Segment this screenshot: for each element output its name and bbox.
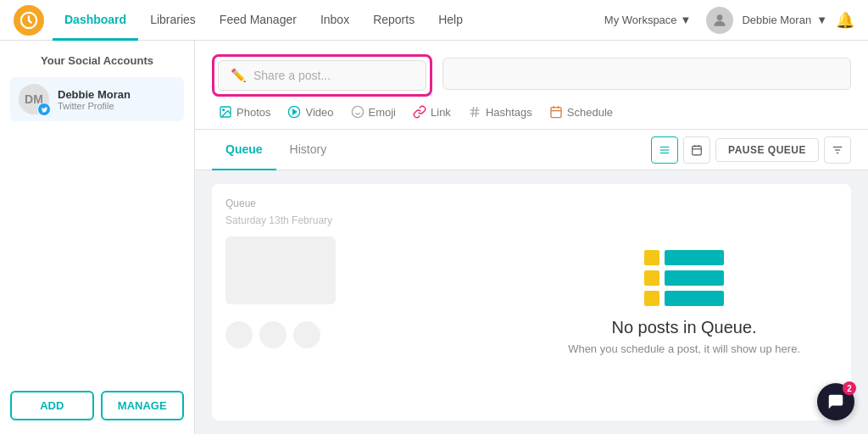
sidebar-title: Your Social Accounts <box>10 54 184 67</box>
share-post-input[interactable]: ✏️ Share a post... <box>218 60 426 91</box>
placeholder-circle-3 <box>293 321 320 348</box>
share-placeholder: Share a post... <box>253 69 331 82</box>
bar-teal-1 <box>665 250 724 265</box>
bar-row-1 <box>644 250 724 265</box>
placeholder-circle-1 <box>225 321 253 348</box>
account-item[interactable]: DM Debbie Moran Twitter Profile <box>10 77 184 121</box>
nav-links: Dashboard Libraries Feed Manager Inbox R… <box>53 0 598 40</box>
emoji-label: Emoji <box>369 106 397 119</box>
nav-right: My Workspace ▼ Debbie Moran ▼ 🔔 <box>598 7 854 34</box>
placeholder-circle-2 <box>259 321 287 348</box>
twitter-badge-icon <box>37 103 51 116</box>
account-type: Twitter Profile <box>58 101 175 111</box>
bar-yellow-2 <box>644 270 659 286</box>
app-logo[interactable] <box>14 5 44 36</box>
svg-line-12 <box>476 107 476 117</box>
hashtags-action[interactable]: Hashtags <box>468 105 532 119</box>
bar-yellow-3 <box>644 291 659 306</box>
workspace-selector[interactable]: My Workspace ▼ <box>598 10 698 30</box>
nav-inbox[interactable]: Inbox <box>309 0 361 41</box>
chat-badge-count: 2 <box>843 381 856 395</box>
compose-area: ✏️ Share a post... Photos Video <box>195 41 868 130</box>
filter-button[interactable] <box>824 136 851 164</box>
workspace-chevron-icon: ▼ <box>681 14 692 26</box>
notification-bell-icon[interactable]: 🔔 <box>836 11 854 30</box>
main-layout: Your Social Accounts DM Debbie Moran Twi… <box>0 41 868 434</box>
empty-state-bars <box>644 250 724 306</box>
nav-feed-manager[interactable]: Feed Manager <box>208 0 309 41</box>
top-nav: Dashboard Libraries Feed Manager Inbox R… <box>0 0 868 41</box>
svg-point-3 <box>223 109 225 111</box>
pause-queue-button[interactable]: PAUSE QUEUE <box>715 138 819 162</box>
user-avatar[interactable] <box>706 7 733 34</box>
bar-row-2 <box>644 270 724 286</box>
tabs-bar: Queue History PAUSE QUEUE <box>195 130 868 170</box>
content-area: ✏️ Share a post... Photos Video <box>195 41 868 434</box>
account-name: Debbie Moran <box>58 88 175 101</box>
svg-point-6 <box>352 106 363 117</box>
nav-reports[interactable]: Reports <box>361 0 426 41</box>
nav-help[interactable]: Help <box>426 0 475 41</box>
add-button[interactable]: ADD <box>10 391 94 420</box>
calendar-view-button[interactable] <box>683 136 710 164</box>
edit-icon: ✏️ <box>231 68 247 83</box>
chat-bubble[interactable]: 2 <box>817 383 854 420</box>
link-action[interactable]: Link <box>413 105 451 119</box>
queue-inner: Queue Saturday 13th February <box>212 184 851 420</box>
svg-marker-5 <box>293 109 297 114</box>
link-label: Link <box>431 106 451 119</box>
account-avatar: DM <box>19 84 49 114</box>
workspace-label: My Workspace <box>604 14 677 26</box>
svg-line-11 <box>472 107 473 117</box>
emoji-action[interactable]: Emoji <box>351 105 397 119</box>
nav-dashboard[interactable]: Dashboard <box>53 0 138 41</box>
bar-row-3 <box>644 291 724 306</box>
tab-history[interactable]: History <box>276 130 341 170</box>
svg-rect-13 <box>551 108 561 118</box>
queue-content: Queue Saturday 13th February <box>195 170 868 434</box>
bar-yellow-1 <box>644 250 659 265</box>
user-name: Debbie Moran <box>742 14 811 26</box>
queue-date-label: Saturday 13th February <box>225 214 837 226</box>
share-box-wrapper: ✏️ Share a post... <box>212 54 432 97</box>
sidebar: Your Social Accounts DM Debbie Moran Twi… <box>0 41 195 434</box>
list-view-button[interactable] <box>651 136 678 164</box>
bar-teal-2 <box>665 270 724 286</box>
empty-state: No posts in Queue. When you schedule a p… <box>568 250 800 355</box>
placeholder-image-block <box>225 236 336 304</box>
empty-title: No posts in Queue. <box>611 318 756 337</box>
schedule-label: Schedule <box>567 106 613 119</box>
user-menu[interactable]: Debbie Moran ▼ <box>742 14 827 26</box>
compose-actions: Photos Video Emoji Link Hashtags <box>212 105 851 119</box>
empty-subtitle: When you schedule a post, it will show u… <box>568 342 800 355</box>
queue-section-label: Queue <box>225 198 837 209</box>
video-label: Video <box>305 106 333 119</box>
nav-libraries[interactable]: Libraries <box>138 0 208 41</box>
account-info: Debbie Moran Twitter Profile <box>58 88 175 111</box>
video-action[interactable]: Video <box>287 105 333 119</box>
svg-point-1 <box>717 14 723 20</box>
photos-label: Photos <box>236 106 270 119</box>
manage-button[interactable]: MANAGE <box>101 391 185 420</box>
schedule-action[interactable]: Schedule <box>549 105 613 119</box>
tabs-actions: PAUSE QUEUE <box>651 136 851 164</box>
hashtags-label: Hashtags <box>486 106 532 119</box>
user-chevron-icon: ▼ <box>816 14 827 26</box>
svg-rect-20 <box>693 146 702 155</box>
tab-queue[interactable]: Queue <box>212 130 276 170</box>
bar-teal-3 <box>665 291 724 306</box>
sidebar-buttons: ADD MANAGE <box>10 391 184 420</box>
photos-action[interactable]: Photos <box>219 105 270 119</box>
